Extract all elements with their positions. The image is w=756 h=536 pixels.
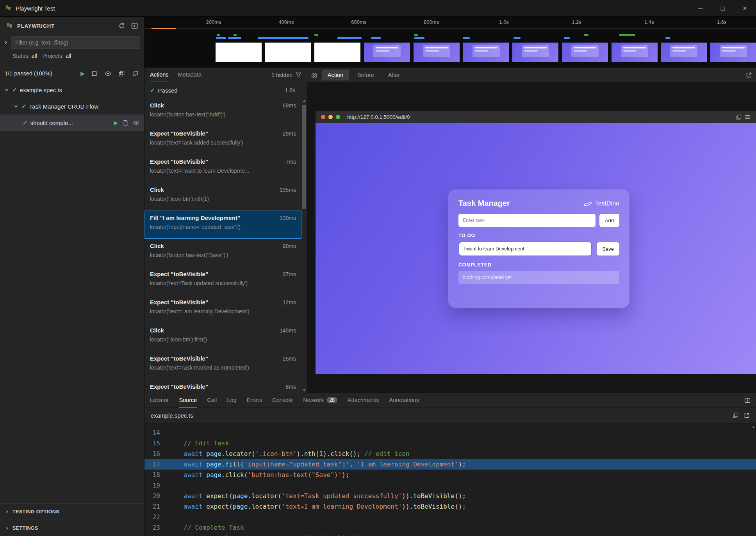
open-external-icon[interactable] — [746, 72, 752, 78]
new-task-input[interactable] — [458, 214, 596, 227]
tab-attachments[interactable]: Attachments — [348, 393, 379, 407]
tree-item[interactable]: ✓Task Manager CRUD Flow — [0, 98, 144, 114]
scrollbar-thumb[interactable] — [302, 105, 306, 209]
run-all-button[interactable]: ▶ — [80, 70, 85, 77]
tab-actions[interactable]: Actions — [150, 68, 169, 82]
action-item[interactable]: Expect "toBeVisible"12mslocator('text=I … — [144, 295, 301, 323]
timeline-action-bar[interactable] — [371, 37, 381, 39]
timeline-action-bar[interactable] — [584, 34, 588, 36]
timeline-action-bar[interactable] — [564, 37, 570, 39]
timeline-action-bar[interactable] — [414, 34, 418, 36]
timeline-action-bar[interactable] — [217, 34, 220, 36]
action-title: Click — [150, 102, 164, 109]
run-panel-icon[interactable] — [130, 21, 139, 30]
action-locator: locator('button:has-text("Save")') — [150, 252, 296, 258]
action-item[interactable]: Expect "toBeVisible"29mslocator('text=Ta… — [144, 126, 301, 154]
pick-locator-icon[interactable]: ◎ — [311, 71, 317, 79]
menu-icon[interactable] — [745, 114, 751, 120]
action-item[interactable]: Fill "I am learning Development"130msloc… — [144, 211, 301, 239]
action-item[interactable]: Click90mslocator('button:has-text("Save"… — [144, 239, 301, 267]
watch-all-eye-icon[interactable] — [103, 69, 112, 78]
action-item[interactable]: Expect "toBeVisible"25mslocator('text=Ta… — [144, 351, 301, 379]
chevron-right-icon[interactable] — [3, 40, 9, 45]
tree-item[interactable]: ✓example.spec.ts — [0, 82, 144, 98]
timeline-thumbnail[interactable] — [364, 43, 410, 62]
timeline-action-bar[interactable] — [414, 37, 424, 39]
maximize-button[interactable]: □ — [711, 0, 734, 17]
timeline-thumbnail[interactable] — [512, 43, 558, 62]
tab-log[interactable]: Log — [227, 393, 236, 407]
tree-item[interactable]: ✓should comple...▶ — [0, 114, 144, 131]
tab-action[interactable]: Action — [322, 70, 349, 80]
action-item[interactable]: Click69mslocator('button:has-text("Add")… — [144, 98, 301, 126]
scroll-down-icon[interactable]: ▼ — [301, 388, 307, 392]
action-locator: locator('text=I want to learn Developme.… — [150, 168, 296, 174]
stop-button[interactable] — [90, 69, 98, 78]
timeline-action-bar[interactable] — [258, 37, 308, 39]
minimize-button[interactable]: ─ — [689, 0, 711, 17]
timeline-action-bar[interactable] — [463, 37, 470, 39]
open-source-external-icon[interactable] — [744, 413, 750, 418]
timeline-ruler-segment — [152, 28, 176, 29]
timeline-strip[interactable]: 200ms400ms600ms800ms1.0s1.2s1.4s1.6s — [144, 17, 756, 68]
timeline-thumbnail[interactable] — [414, 43, 460, 62]
timeline-thumbnail[interactable] — [612, 43, 658, 62]
tab-before[interactable]: Before — [352, 70, 380, 80]
split-view-icon[interactable] — [744, 397, 751, 404]
actions-scrollbar[interactable]: ▲ ▼ — [301, 98, 307, 393]
watch-test-eye-icon[interactable] — [133, 120, 139, 126]
tab-network[interactable]: Network28 — [303, 393, 337, 407]
action-duration: 25ms — [279, 356, 296, 362]
section-testing-options[interactable]: TESTING OPTIONS — [0, 503, 144, 520]
tab-after[interactable]: After — [383, 70, 406, 80]
timeline-thumbnail[interactable] — [463, 43, 509, 62]
tab-source[interactable]: Source — [179, 393, 197, 407]
timeline-thumbnail[interactable] — [661, 43, 707, 62]
action-item[interactable]: Click145mslocator('.icon-btn').first() — [144, 323, 301, 351]
filter-input[interactable] — [11, 36, 140, 49]
code-scroll-up-icon[interactable]: ▲ — [752, 425, 755, 429]
timeline-action-bar[interactable] — [314, 34, 318, 36]
chevron-down-icon[interactable] — [4, 87, 9, 93]
timeline-action-bar[interactable] — [337, 37, 362, 39]
copy-icon[interactable] — [131, 69, 139, 78]
timeline-thumbnail[interactable] — [265, 43, 311, 62]
timeline-action-bar[interactable] — [216, 37, 226, 39]
timeline-thumbnail[interactable] — [562, 43, 608, 62]
refresh-icon[interactable] — [118, 21, 126, 30]
tab-annotations[interactable]: Annotations — [389, 393, 419, 407]
action-item[interactable]: Expect "toBeVisible"37mslocator('text=Ta… — [144, 267, 301, 295]
timeline-action-bar[interactable] — [514, 37, 521, 39]
copy-source-icon[interactable] — [733, 413, 738, 418]
timeline-thumbnail[interactable] — [710, 43, 756, 62]
collapse-all-icon[interactable] — [117, 69, 126, 78]
timeline-thumbnail[interactable] — [216, 43, 262, 62]
action-item[interactable]: Expect "toBeVisible"7mslocator('text=I w… — [144, 154, 301, 182]
playwright-test-window: Playwright Test ─ □ × PLAYWRIGHT — [0, 0, 756, 536]
tab-locator[interactable]: Locator — [150, 393, 169, 407]
add-task-button[interactable]: Add — [599, 214, 619, 227]
timeline-thumbnail[interactable] — [314, 43, 360, 62]
timeline-action-bar[interactable] — [228, 37, 241, 39]
tab-errors[interactable]: Errors — [247, 393, 262, 407]
save-task-button[interactable]: Save — [597, 242, 619, 255]
todo-edit-input[interactable] — [458, 241, 592, 256]
chevron-down-icon[interactable] — [13, 104, 19, 109]
close-button[interactable]: × — [734, 0, 756, 17]
copy-url-icon[interactable] — [736, 114, 742, 120]
timeline-action-bar[interactable] — [619, 34, 635, 36]
section-settings[interactable]: SETTINGS — [0, 520, 144, 536]
source-file-icon[interactable] — [123, 120, 128, 126]
scroll-up-icon[interactable]: ▲ — [301, 99, 307, 103]
run-test-button[interactable]: ▶ — [114, 120, 118, 126]
line-number: 22 — [144, 512, 160, 522]
filter-funnel-icon[interactable] — [296, 72, 301, 78]
timeline-action-bar[interactable] — [234, 34, 237, 36]
tab-call[interactable]: Call — [207, 393, 217, 407]
action-item[interactable]: Expect "toBeVisible"8ms — [144, 379, 301, 393]
action-item[interactable]: Click135mslocator('.icon-btn').nth(1) — [144, 182, 301, 211]
timeline-action-bar[interactable] — [665, 37, 670, 39]
browser-chrome: http://127.0.0.1:5000/edit/0 — [316, 111, 756, 123]
tab-metadata[interactable]: Metadata — [178, 68, 201, 82]
tab-console[interactable]: Console — [272, 393, 293, 407]
